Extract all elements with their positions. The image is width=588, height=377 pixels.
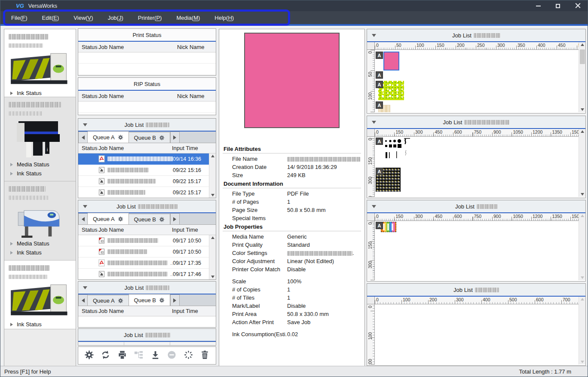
layout-canvas[interactable]: A bbox=[375, 221, 579, 280]
maximize-button[interactable] bbox=[548, 0, 568, 11]
property-row: Color Settings. bbox=[219, 249, 364, 257]
printer-image-black: i bbox=[16, 120, 64, 159]
collapse-icon[interactable] bbox=[372, 205, 376, 208]
collapse-icon[interactable] bbox=[372, 34, 376, 37]
layout-canvas[interactable]: AA bbox=[375, 137, 579, 197]
ink-status-link[interactable]: Ink Status bbox=[9, 320, 71, 329]
download-button[interactable] bbox=[150, 350, 160, 362]
print-button[interactable] bbox=[117, 350, 127, 362]
tab-queue-b[interactable]: Queue B bbox=[129, 294, 170, 306]
delete-button[interactable] bbox=[200, 350, 210, 362]
printer-image-flatbed bbox=[10, 283, 70, 319]
job-row[interactable]: ..09/17 17:46 bbox=[78, 269, 209, 279]
queue-a-badge: A bbox=[376, 222, 383, 229]
total-length: Total Length : 1.77 m bbox=[519, 368, 571, 375]
ink-status-link[interactable]: Ink Status bbox=[9, 169, 71, 178]
tab-queue-a[interactable]: Queue A bbox=[88, 131, 129, 143]
job-row[interactable]: 09/22 15:16 bbox=[78, 165, 209, 176]
printer-card[interactable]: Media Status Ink Status bbox=[4, 181, 76, 261]
queue-settings-icon[interactable] bbox=[159, 297, 165, 303]
menu-help[interactable]: Help(H) bbox=[214, 15, 234, 21]
vertical-ruler: 0150300450 bbox=[367, 221, 375, 280]
minimize-button[interactable] bbox=[528, 0, 548, 11]
queue-settings-icon[interactable] bbox=[118, 216, 123, 222]
scrollbar[interactable] bbox=[579, 129, 585, 197]
close-button[interactable] bbox=[568, 0, 588, 11]
job-row[interactable]: 09/17 10:50 bbox=[78, 246, 209, 257]
image-file-icon bbox=[98, 178, 105, 185]
job-row[interactable]: 09/14 16:36 bbox=[78, 153, 209, 165]
tab-queue-b[interactable]: Queue B bbox=[129, 214, 170, 224]
queue-column: Print Status Status Job Name Nick Name R… bbox=[78, 26, 216, 367]
job-row[interactable]: 09/22 15:17 bbox=[78, 187, 209, 198]
menu-view[interactable]: View(V) bbox=[74, 15, 93, 21]
scrollbar[interactable] bbox=[579, 297, 585, 365]
queue-settings-icon[interactable] bbox=[118, 298, 123, 303]
refresh-button[interactable] bbox=[101, 350, 110, 362]
tab-queue-b[interactable]: Queue B bbox=[129, 132, 170, 143]
tab-scroll-right[interactable] bbox=[170, 294, 180, 306]
job-list-panel-collapsed: Job List bbox=[78, 328, 216, 346]
canvas-job-testpattern[interactable] bbox=[383, 138, 413, 163]
scrollbar[interactable] bbox=[209, 235, 216, 279]
collapse-icon[interactable] bbox=[372, 121, 376, 124]
queue-tabs: Queue A Queue B bbox=[78, 294, 216, 306]
tab-scroll-right[interactable] bbox=[170, 132, 180, 143]
titlebar: VG VersaWorks bbox=[0, 0, 588, 11]
ink-status-link[interactable]: Ink Status bbox=[9, 248, 71, 257]
printer-card[interactable]: Ink Status bbox=[4, 29, 76, 97]
col-input-time: Input Time bbox=[172, 227, 209, 233]
collapse-icon[interactable] bbox=[83, 123, 87, 126]
print-status-panel: Print Status Status Job Name Nick Name bbox=[78, 28, 216, 76]
queue-settings-icon[interactable] bbox=[118, 135, 123, 140]
collapse-icon[interactable] bbox=[83, 205, 87, 208]
canvas-job-colorgrid[interactable] bbox=[381, 222, 396, 232]
queue-a-badge: A bbox=[376, 81, 383, 88]
canvas-job-pink[interactable] bbox=[383, 52, 399, 70]
printer-card[interactable]: Ink Status bbox=[4, 261, 76, 329]
queue-settings-icon[interactable] bbox=[159, 135, 165, 141]
layout-canvas[interactable]: AAAA bbox=[375, 50, 579, 112]
col-nick-name: Nick Name bbox=[177, 93, 216, 99]
layout-canvas[interactable] bbox=[375, 304, 579, 365]
property-row: Scale100% bbox=[219, 277, 364, 285]
queue-a-badge: A bbox=[376, 168, 383, 175]
scrollbar[interactable] bbox=[579, 42, 585, 112]
queue-tabs: Queue A Queue B bbox=[78, 132, 216, 143]
rip-button[interactable] bbox=[184, 350, 193, 362]
menu-edit[interactable]: Edit(E) bbox=[42, 15, 59, 21]
menu-media[interactable]: Media(M) bbox=[176, 15, 200, 21]
menu-file[interactable]: File(F) bbox=[11, 15, 28, 21]
job-row[interactable]: 09/22 15:17 bbox=[78, 176, 209, 187]
rip-status-panel: RIP Status Status Job Name Nick Name bbox=[78, 77, 216, 115]
printer-card[interactable]: i Media Status Ink Status bbox=[4, 97, 76, 181]
scrollbar[interactable] bbox=[209, 153, 216, 198]
menu-printer[interactable]: Printer(P) bbox=[138, 15, 162, 21]
horizontal-ruler: 050100150200250300350400450500 bbox=[375, 42, 579, 50]
job-row[interactable]: 09/17 10:50 bbox=[78, 235, 209, 246]
col-status: Status bbox=[78, 93, 98, 99]
menu-job[interactable]: Job(J) bbox=[108, 15, 123, 21]
input-time: 09/17 10:50 bbox=[173, 249, 209, 255]
property-sections: File AttributesFile NameCreation Date14/… bbox=[219, 144, 364, 338]
scrollbar[interactable] bbox=[579, 213, 585, 280]
tab-scroll-left[interactable] bbox=[78, 213, 88, 224]
tab-scroll-left[interactable] bbox=[78, 294, 88, 306]
media-status-link[interactable]: Media Status bbox=[9, 160, 71, 169]
settings-icon bbox=[84, 350, 94, 360]
property-row: # of Pages1 bbox=[219, 198, 364, 206]
job-row[interactable]: ..09/17 17:35 bbox=[78, 257, 209, 269]
media-status-link[interactable]: Media Status bbox=[9, 239, 71, 248]
tab-scroll-right[interactable] bbox=[170, 213, 180, 224]
rip-icon bbox=[184, 350, 193, 360]
settings-button[interactable] bbox=[84, 350, 94, 362]
tab-queue-a[interactable]: Queue A bbox=[88, 213, 129, 224]
queue-settings-icon[interactable] bbox=[159, 217, 165, 222]
panel-title: Job List bbox=[116, 203, 178, 210]
tab-scroll-left[interactable] bbox=[78, 132, 88, 143]
collapse-icon[interactable] bbox=[83, 286, 87, 289]
ink-status-link[interactable]: Ink Status bbox=[9, 89, 71, 98]
panel-title: Job List bbox=[452, 32, 500, 39]
tab-queue-a[interactable]: Queue A bbox=[88, 295, 129, 306]
input-time: 09/17 17:46 bbox=[173, 271, 209, 277]
